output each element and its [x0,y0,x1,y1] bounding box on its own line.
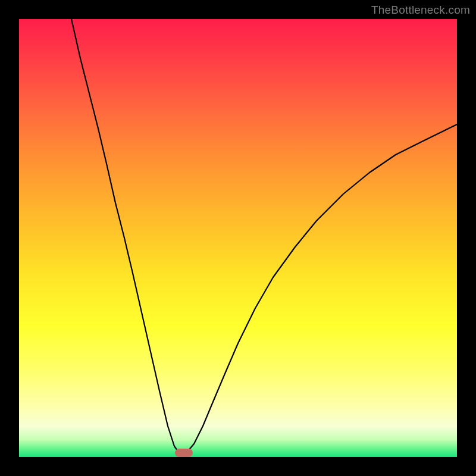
curve-right-branch [183,124,457,455]
plot-area [19,19,457,457]
chart-frame: TheBottleneck.com [0,0,476,476]
curve-left-branch [71,19,183,455]
watermark-text: TheBottleneck.com [371,4,470,17]
bottleneck-curve [19,19,457,457]
bottleneck-marker [175,449,193,457]
